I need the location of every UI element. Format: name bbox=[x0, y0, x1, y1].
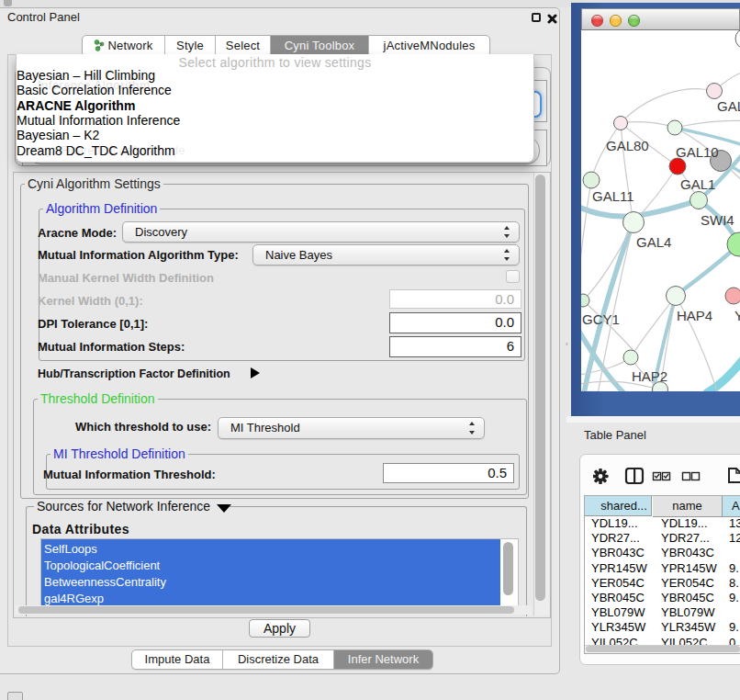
svg-text:HAP2: HAP2 bbox=[632, 368, 667, 384]
svg-text:GAL4: GAL4 bbox=[636, 234, 671, 250]
svg-text:GCY1: GCY1 bbox=[582, 311, 620, 327]
svg-text:GAL1: GAL1 bbox=[680, 176, 715, 192]
svg-text:SWI4: SWI4 bbox=[701, 212, 734, 228]
svg-text:GAL10: GAL10 bbox=[676, 144, 719, 160]
svg-text:Y: Y bbox=[734, 308, 740, 323]
svg-text:GAL11: GAL11 bbox=[592, 188, 634, 204]
svg-text:GAL7: GAL7 bbox=[717, 98, 740, 114]
svg-text:GAL80: GAL80 bbox=[606, 138, 649, 153]
svg-text:HAP4: HAP4 bbox=[677, 308, 712, 323]
